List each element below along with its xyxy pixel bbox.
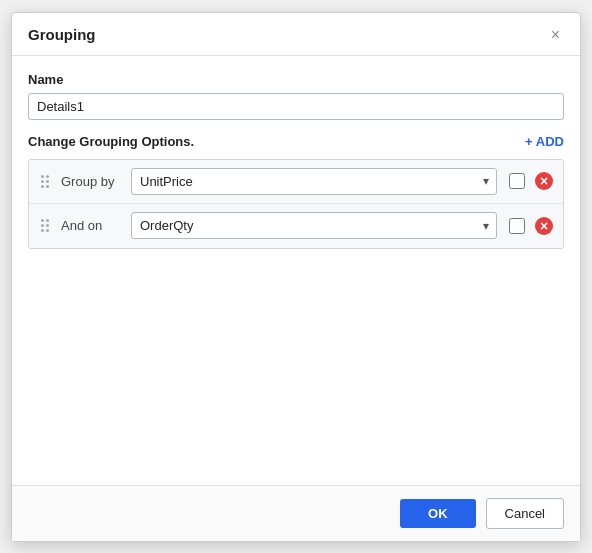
row-2-label: And on (61, 218, 123, 233)
row-1-remove-button[interactable] (533, 172, 555, 190)
cancel-button[interactable]: Cancel (486, 498, 564, 529)
drag-dot (41, 224, 44, 227)
row-1-dropdown-wrapper: UnitPrice OrderQty ProductID OrderDate ▾ (131, 168, 497, 195)
remove-icon (535, 217, 553, 235)
drag-dot (41, 175, 44, 178)
drag-dot (46, 180, 49, 183)
remove-icon (535, 172, 553, 190)
drag-dot (46, 219, 49, 222)
drag-dot (46, 185, 49, 188)
row-2-checkbox[interactable] (509, 218, 525, 234)
close-button[interactable]: × (547, 25, 564, 45)
ok-button[interactable]: OK (400, 499, 476, 528)
table-row: Group by UnitPrice OrderQty ProductID Or… (29, 160, 563, 204)
name-input[interactable] (28, 93, 564, 120)
drag-handle-2[interactable] (37, 217, 53, 234)
drag-dot (46, 175, 49, 178)
row-2-dropdown[interactable]: UnitPrice OrderQty ProductID OrderDate (131, 212, 497, 239)
grouping-table: Group by UnitPrice OrderQty ProductID Or… (28, 159, 564, 249)
row-2-dropdown-wrapper: UnitPrice OrderQty ProductID OrderDate ▾ (131, 212, 497, 239)
drag-handle-1[interactable] (37, 173, 53, 190)
drag-dot (41, 185, 44, 188)
section-header: Change Grouping Options. + ADD (28, 134, 564, 149)
section-label: Change Grouping Options. (28, 134, 194, 149)
drag-dot (41, 219, 44, 222)
dialog-header: Grouping × (12, 13, 580, 56)
row-1-dropdown[interactable]: UnitPrice OrderQty ProductID OrderDate (131, 168, 497, 195)
grouping-dialog: Grouping × Name Change Grouping Options.… (11, 12, 581, 542)
dialog-title: Grouping (28, 26, 96, 43)
drag-dot (46, 229, 49, 232)
drag-dot (46, 224, 49, 227)
add-button[interactable]: + ADD (525, 134, 564, 149)
row-2-remove-button[interactable] (533, 217, 555, 235)
drag-dot (41, 229, 44, 232)
dialog-body: Name Change Grouping Options. + ADD (12, 56, 580, 485)
name-label: Name (28, 72, 564, 87)
row-1-label: Group by (61, 174, 123, 189)
drag-dot (41, 180, 44, 183)
dialog-footer: OK Cancel (12, 485, 580, 541)
row-1-checkbox[interactable] (509, 173, 525, 189)
table-row: And on UnitPrice OrderQty ProductID Orde… (29, 204, 563, 248)
